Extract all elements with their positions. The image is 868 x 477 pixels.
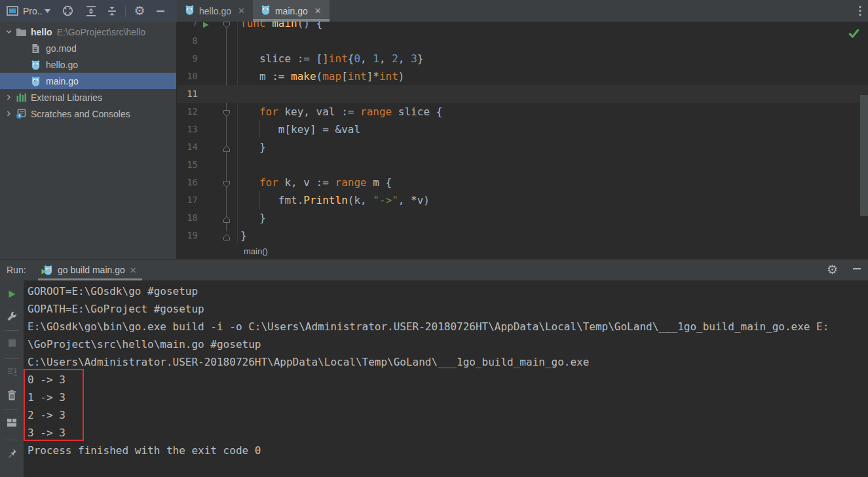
fold-open-icon[interactable] bbox=[223, 22, 231, 31]
line-number: 13 bbox=[178, 121, 198, 138]
tree-item-main.go[interactable]: main.go bbox=[0, 73, 176, 89]
tree-item-go.mod[interactable]: go.mod bbox=[0, 40, 176, 56]
code-editor[interactable]: 7func main() {89 slice := []int{0, 1, 2,… bbox=[177, 22, 868, 259]
fold-open-icon[interactable] bbox=[223, 179, 231, 191]
code-line-16[interactable]: 16 for k, v := range m { bbox=[177, 174, 868, 191]
code-text: for k, v := range m { bbox=[240, 174, 392, 191]
code-text: slice := []int{0, 1, 2, 3} bbox=[240, 50, 423, 67]
line-number: 11 bbox=[178, 85, 198, 103]
divider bbox=[5, 330, 19, 331]
chevron-down-icon[interactable] bbox=[0, 28, 16, 35]
code-text: } bbox=[240, 227, 247, 244]
run-panel-title: Run: bbox=[7, 265, 26, 275]
line-number: 10 bbox=[178, 67, 198, 85]
tree-item-label: Scratches and Consoles bbox=[31, 109, 130, 119]
tree-item-scratches-and-consoles[interactable]: Scratches and Consoles bbox=[0, 105, 176, 122]
run-console[interactable]: GOROOT=E:\GOsdk\go #gosetupGOPATH=E:\GoP… bbox=[24, 280, 868, 477]
console-line: Process finished with the exit code 0 bbox=[28, 442, 261, 459]
close-icon[interactable]: ✕ bbox=[314, 6, 322, 16]
close-icon[interactable]: ✕ bbox=[238, 6, 245, 16]
clear-console-icon[interactable] bbox=[0, 390, 24, 400]
more-icon[interactable] bbox=[859, 5, 861, 20]
code-line-12[interactable]: 12 for key, val := range slice { bbox=[177, 103, 868, 121]
code-line-14[interactable]: 14 } bbox=[177, 138, 868, 156]
console-output-line: 3 -> 3 bbox=[28, 424, 66, 442]
code-line-7[interactable]: 7func main() { bbox=[177, 22, 868, 32]
breadcrumb-item[interactable]: main() bbox=[244, 246, 268, 256]
code-line-10[interactable]: 10 m := make(map[int]*int) bbox=[177, 67, 868, 85]
fold-close-icon[interactable] bbox=[223, 143, 231, 155]
tree-item-hello.go[interactable]: hello.go bbox=[0, 56, 176, 73]
tree-item-label: go.mod bbox=[46, 43, 77, 54]
hide-panel-icon[interactable] bbox=[156, 7, 165, 16]
tree-item-label: main.go bbox=[46, 76, 79, 86]
code-text: func main() { bbox=[240, 22, 322, 32]
run-panel-header: Run: go build main.go ✕ ⚙ bbox=[0, 259, 868, 280]
project-selector[interactable]: Pro.. bbox=[23, 6, 43, 16]
pin-icon[interactable] bbox=[0, 448, 24, 458]
console-line: GOROOT=E:\GOsdk\go #gosetup bbox=[28, 282, 198, 300]
chevron-down-icon[interactable] bbox=[45, 9, 50, 13]
code-line-18[interactable]: 18 } bbox=[177, 209, 868, 227]
tree-item-external-libraries[interactable]: External Libraries bbox=[0, 89, 176, 105]
go-mod-file-icon bbox=[31, 43, 46, 54]
run-toolbar bbox=[0, 280, 24, 477]
chevron-right-icon[interactable] bbox=[0, 110, 16, 117]
go-run-file-icon bbox=[43, 265, 53, 275]
line-number: 14 bbox=[178, 138, 198, 156]
code-line-11[interactable]: 11 bbox=[177, 85, 868, 103]
fold-close-icon[interactable] bbox=[223, 214, 231, 226]
divider bbox=[5, 358, 19, 359]
code-line-17[interactable]: 17 fmt.Println(k, "->", *v) bbox=[177, 191, 868, 209]
tab-label: main.go bbox=[275, 6, 308, 16]
code-line-19[interactable]: 19} bbox=[177, 227, 868, 244]
collapse-all-icon[interactable] bbox=[107, 5, 117, 17]
console-line: E:\GOsdk\go\bin\go.exe build -i -o C:\Us… bbox=[28, 318, 829, 335]
code-line-9[interactable]: 9 slice := []int{0, 1, 2, 3} bbox=[177, 50, 868, 67]
expand-all-icon[interactable] bbox=[85, 5, 97, 17]
divider bbox=[5, 410, 19, 410]
go-file-icon bbox=[185, 5, 195, 17]
code-line-15[interactable]: 15 bbox=[177, 156, 868, 174]
gear-icon[interactable]: ⚙ bbox=[134, 5, 145, 17]
editor-scrollbar[interactable] bbox=[860, 95, 868, 216]
wrench-icon[interactable] bbox=[0, 311, 24, 322]
console-line: GOPATH=E:\GoProject #gosetup bbox=[28, 300, 204, 318]
code-line-8[interactable]: 8 bbox=[177, 32, 868, 50]
window-icon[interactable] bbox=[7, 6, 18, 16]
go-file-icon bbox=[31, 60, 46, 70]
run-panel-body: GOROOT=E:\GOsdk\go #gosetupGOPATH=E:\GoP… bbox=[0, 280, 868, 477]
locate-icon[interactable] bbox=[62, 5, 74, 17]
editor-tab-bar: hello.go✕main.go✕ bbox=[177, 0, 868, 22]
breadcrumb[interactable]: main() bbox=[177, 243, 868, 259]
go-file-icon bbox=[261, 5, 271, 17]
check-icon[interactable] bbox=[848, 28, 860, 41]
run-tab-label: go build main.go bbox=[58, 265, 125, 275]
line-number: 12 bbox=[178, 103, 198, 121]
tree-item-hello[interactable]: helloE:\GoProject\src\hello bbox=[0, 24, 176, 40]
divider bbox=[5, 440, 19, 440]
close-icon[interactable]: ✕ bbox=[130, 265, 137, 275]
divider bbox=[125, 5, 126, 17]
gear-icon[interactable]: ⚙ bbox=[827, 263, 838, 277]
run-main-icon[interactable] bbox=[202, 22, 210, 31]
hide-panel-icon[interactable] bbox=[852, 264, 861, 276]
code-text: m[key] = &val bbox=[240, 121, 360, 138]
fold-open-icon[interactable] bbox=[223, 108, 231, 120]
code-line-13[interactable]: 13 m[key] = &val bbox=[177, 121, 868, 138]
run-tab[interactable]: go build main.go ✕ bbox=[38, 259, 142, 280]
rerun-icon[interactable] bbox=[0, 290, 24, 299]
tree-item-path: E:\GoProject\src\hello bbox=[57, 27, 145, 37]
console-line: \GoProject\src\hello\main.go #gosetup bbox=[28, 335, 261, 353]
stop-icon[interactable] bbox=[0, 339, 24, 347]
tab-hello.go[interactable]: hello.go✕ bbox=[177, 0, 253, 22]
chevron-right-icon[interactable] bbox=[0, 94, 16, 101]
project-tree-panel: helloE:\GoProject\src\hellogo.modhello.g… bbox=[0, 22, 177, 259]
layout-icon[interactable] bbox=[0, 418, 24, 427]
tab-main.go[interactable]: main.go✕ bbox=[253, 0, 330, 22]
console-output-line: 0 -> 3 bbox=[28, 371, 66, 389]
external-libraries-icon bbox=[16, 92, 31, 103]
scroll-to-end-icon[interactable] bbox=[0, 367, 24, 377]
tab-label: hello.go bbox=[199, 6, 231, 16]
fold-close-icon[interactable] bbox=[223, 232, 231, 244]
